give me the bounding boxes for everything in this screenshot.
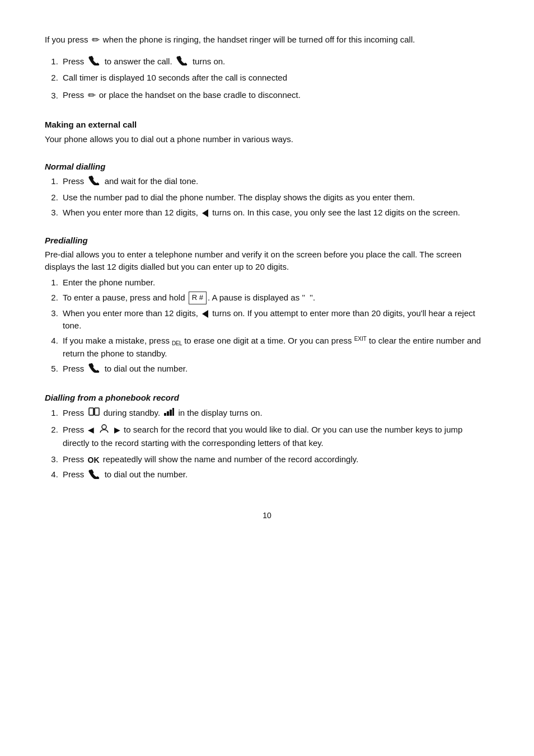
mute-icon: ✏: [92, 34, 100, 48]
phone-icon-4: [88, 363, 101, 376]
svg-rect-6: [170, 410, 172, 416]
left-triangle-icon-1: [202, 209, 208, 217]
intro-steps: Press to answer the call. turns on. Call…: [60, 55, 489, 84]
predialling-step-2: To enter a pause, press and hold R #. A …: [60, 292, 489, 304]
phone-icon-5: [88, 469, 101, 482]
phone-icon-3: [88, 175, 101, 189]
mute-icon-2: ✏: [88, 89, 96, 103]
making-external-section: Making an external call Your phone allow…: [45, 119, 489, 145]
predialling-step-5: Press to dial out the number.: [60, 363, 489, 376]
ok-key: OK: [88, 454, 100, 466]
svg-rect-5: [167, 411, 169, 416]
signal-bars-icon: [164, 407, 174, 420]
intro-step-3-list: Press ✏ or place the handset on the base…: [60, 89, 489, 103]
phonebook-title: Dialling from a phonebook record: [45, 392, 489, 404]
left-triangle-icon-2: [202, 310, 208, 318]
del-key-label: DEL: [172, 337, 182, 345]
normal-dialling-section: Normal dialling: [45, 161, 489, 173]
phonebook-step-1: Press during standby.: [60, 406, 489, 421]
hash-key-icon: R #: [189, 292, 207, 304]
intro-step-2: Call timer is displayed 10 seconds after…: [60, 72, 489, 84]
contact-icon: [99, 424, 109, 437]
right-arrow-nav: ▶: [114, 425, 120, 434]
normal-dialling-step-2: Use the number pad to dial the phone num…: [60, 191, 489, 204]
svg-rect-7: [172, 408, 174, 416]
predialling-section: Predialling Pre-dial allows you to enter…: [45, 234, 489, 273]
svg-rect-1: [95, 408, 99, 415]
intro-step-3: Press ✏ or place the handset on the base…: [60, 89, 489, 103]
predialling-step-1: Enter the phone number.: [60, 276, 489, 289]
intro-step-1: Press to answer the call. turns on.: [60, 55, 489, 69]
normal-dialling-title: Normal dialling: [45, 161, 489, 173]
phone-icon-2: [176, 55, 189, 69]
normal-dialling-step-3: When you enter more than 12 digits, turn…: [60, 206, 489, 219]
phonebook-step-2: Press ◀ ▶ to search for the record that …: [60, 424, 489, 449]
predialling-steps: Enter the phone number. To enter a pause…: [60, 276, 489, 376]
phonebook-steps: Press during standby.: [60, 406, 489, 482]
predialling-step-3: When you enter more than 12 digits, turn…: [60, 307, 489, 332]
making-external-title: Making an external call: [45, 119, 489, 131]
page-number: 10: [45, 510, 489, 521]
normal-dialling-steps: Press and wait for the dial tone. Use th…: [60, 175, 489, 218]
phonebook-step-3: Press OK repeatedly will show the name a…: [60, 453, 489, 466]
exit-key-label: EXIT: [354, 337, 367, 345]
predialling-title: Predialling: [45, 234, 489, 247]
phonebook-step-4: Press to dial out the number.: [60, 468, 489, 482]
page-content: If you press ✏ when the phone is ringing…: [45, 34, 489, 482]
pause-display: " ": [302, 293, 313, 302]
predialling-step-4: If you make a mistake, press DEL to eras…: [60, 335, 489, 360]
book-icon: [88, 406, 100, 421]
left-arrow-nav: ◀: [88, 425, 94, 434]
svg-rect-0: [89, 408, 93, 415]
svg-point-8: [102, 425, 106, 429]
phonebook-section: Dialling from a phonebook record: [45, 392, 489, 404]
making-external-para: Your phone allows you to dial out a phon…: [45, 133, 489, 145]
svg-rect-4: [164, 413, 166, 416]
intro-paragraph: If you press ✏ when the phone is ringing…: [45, 34, 489, 48]
predialling-para: Pre-dial allows you to enter a telephone…: [45, 248, 489, 273]
normal-dialling-step-1: Press and wait for the dial tone.: [60, 175, 489, 189]
phone-icon-1: [88, 55, 101, 69]
